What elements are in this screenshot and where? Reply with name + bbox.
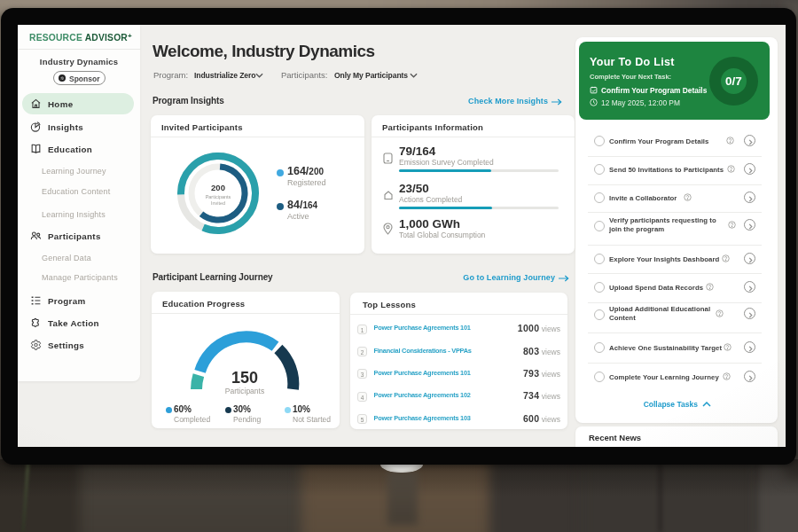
svg-text:Invited: Invited [210,200,224,206]
svg-text:200: 200 [211,183,225,192]
svg-text:Participants: Participants [205,194,231,200]
svg-text:Participants: Participants [225,387,264,395]
svg-text:150: 150 [231,369,258,387]
